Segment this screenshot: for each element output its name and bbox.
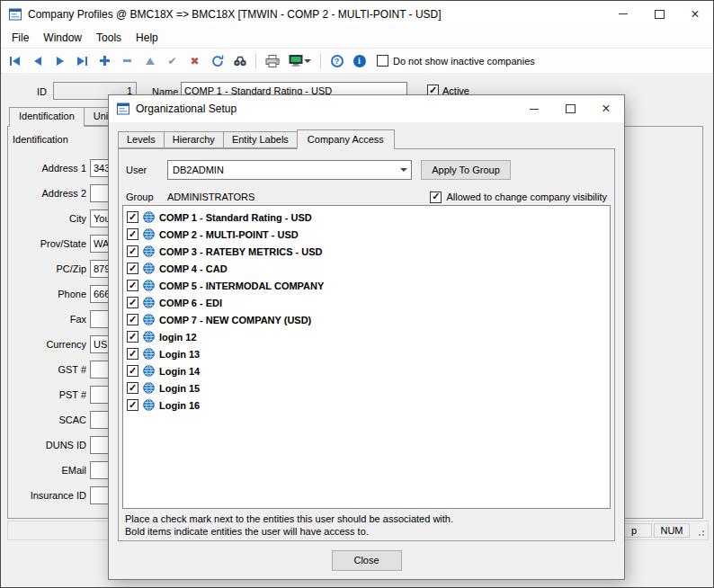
combobox-dropdown-button[interactable] (396, 161, 411, 179)
close-icon (602, 102, 610, 116)
entity-checkbox[interactable] (127, 297, 138, 308)
entity-checkbox[interactable] (127, 263, 138, 274)
close-dialog-button[interactable]: Close (332, 550, 402, 571)
entity-row[interactable]: COMP 1 - Standard Rating - USD (127, 209, 608, 226)
group-row: Group ADMINISTRATORS Allowed to change c… (126, 189, 607, 205)
main-tab[interactable]: Identification (9, 107, 85, 127)
first-record-button[interactable] (6, 52, 23, 69)
accept-button[interactable] (164, 52, 181, 69)
dialog-title: Organizational Setup (136, 102, 237, 115)
entity-row[interactable]: Login 14 (127, 362, 608, 379)
apply-to-group-button[interactable]: Apply To Group (421, 160, 511, 180)
remove-button[interactable] (119, 52, 136, 69)
maximize-icon (655, 10, 665, 19)
dialog-tab[interactable]: Company Access (297, 129, 395, 149)
inactive-companies-checkbox[interactable]: Do not show inactive companies (377, 55, 535, 67)
cancel-button[interactable] (186, 52, 203, 69)
user-combobox[interactable]: DB2ADMIN (167, 160, 412, 180)
screen: Company Profiles @ BMC18X => BMC18X [TMW… (0, 0, 714, 588)
entity-row[interactable]: COMP 3 - RATEBY METRICS - USD (127, 243, 608, 260)
entity-checkbox[interactable] (127, 348, 138, 360)
close-button[interactable] (677, 1, 713, 27)
minimize-button[interactable] (605, 1, 641, 27)
globe-icon (143, 211, 155, 223)
toolbar-separator (320, 54, 321, 68)
entity-checkbox[interactable] (127, 314, 138, 325)
user-row: User DB2ADMIN Apply To Group (126, 160, 607, 180)
dialog-close-button[interactable] (588, 95, 624, 122)
globe-icon (143, 228, 155, 240)
entity-checkbox[interactable] (127, 228, 138, 240)
find-button[interactable] (231, 52, 248, 69)
entity-row[interactable]: Login 13 (127, 345, 608, 362)
entity-row[interactable]: COMP 6 - EDI (127, 294, 608, 311)
info-button[interactable] (351, 52, 368, 69)
minimize-icon (619, 13, 628, 14)
entity-row[interactable]: COMP 5 - INTERMODAL COMPANY (127, 277, 608, 294)
user-combobox-value: DB2ADMIN (173, 165, 224, 175)
chevron-down-icon (400, 168, 407, 172)
print-button[interactable] (263, 52, 281, 69)
entity-row[interactable]: login 12 (127, 328, 608, 345)
entity-row[interactable]: Login 16 (127, 396, 608, 414)
refresh-button[interactable] (209, 52, 226, 69)
field-label: Prov/State (2, 238, 90, 249)
x-icon (190, 55, 199, 67)
entity-checkbox[interactable] (127, 365, 138, 377)
globe-icon (143, 365, 155, 377)
entity-row[interactable]: COMP 4 - CAD (127, 260, 608, 277)
last-record-button[interactable] (74, 52, 91, 69)
maximize-icon (566, 104, 576, 113)
entity-checkbox[interactable] (127, 211, 138, 223)
maximize-button[interactable] (641, 1, 677, 27)
globe-icon (143, 263, 155, 274)
checkbox-box-icon (377, 55, 388, 67)
entity-checkbox[interactable] (127, 399, 138, 411)
add-button[interactable] (96, 52, 113, 69)
globe-icon (143, 331, 155, 343)
screen-button[interactable] (286, 52, 313, 69)
menu-item[interactable]: Window (36, 29, 89, 47)
dialog-tab[interactable]: Levels (118, 131, 165, 148)
globe-icon (143, 399, 155, 411)
last-record-icon (77, 57, 85, 66)
menu-item[interactable]: Tools (89, 29, 129, 47)
entity-list[interactable]: COMP 1 - Standard Rating - USD COMP 2 - … (122, 205, 611, 509)
entity-checkbox[interactable] (127, 245, 138, 257)
entity-checkbox[interactable] (127, 331, 138, 343)
refresh-icon (211, 55, 224, 67)
menu-item[interactable]: File (4, 29, 36, 47)
chevron-down-icon (304, 59, 311, 63)
entity-checkbox[interactable] (127, 280, 138, 291)
group-label: Group (126, 192, 167, 202)
dialog-tab[interactable]: Hierarchy (164, 131, 224, 148)
visibility-checkbox[interactable]: Allowed to change company visibility (430, 192, 607, 203)
entity-row[interactable]: COMP 2 - MULTI-POINT - USD (127, 226, 608, 243)
field-label: GST # (2, 364, 90, 375)
globe-icon (143, 297, 155, 308)
printer-icon (265, 55, 280, 67)
entity-checkbox[interactable] (127, 382, 138, 394)
entity-row[interactable]: Login 15 (127, 379, 608, 396)
globe-icon (143, 382, 155, 394)
dialog-maximize-button[interactable] (552, 95, 588, 122)
minimize-icon (530, 109, 539, 110)
window-controls (605, 1, 713, 27)
dialog-tab[interactable]: Entity Labels (223, 131, 298, 148)
app-icon (8, 7, 22, 22)
dialog-minimize-button[interactable] (516, 95, 552, 122)
move-up-button[interactable] (141, 52, 158, 69)
entity-label: Login 16 (159, 400, 200, 411)
inactive-companies-label: Do not show inactive companies (393, 56, 535, 67)
main-titlebar: Company Profiles @ BMC18X => BMC18X [TMW… (1, 1, 713, 27)
resize-grip[interactable] (692, 523, 706, 538)
entity-row[interactable]: COMP 7 - NEW COMPANY (USD) (127, 311, 608, 328)
entity-label: COMP 7 - NEW COMPANY (USD) (159, 315, 311, 325)
next-record-icon (57, 57, 64, 66)
help-button[interactable] (328, 52, 345, 69)
help-icon (331, 55, 344, 67)
menu-item[interactable]: Help (129, 29, 165, 47)
note-line1: Place a check mark next to the entities … (125, 512, 453, 525)
previous-record-button[interactable] (29, 52, 46, 69)
next-record-button[interactable] (51, 52, 68, 69)
